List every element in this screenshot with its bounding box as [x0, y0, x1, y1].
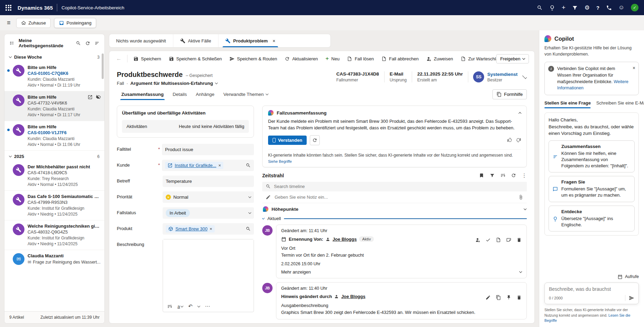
- group-header-2025[interactable]: 2025 6: [4, 151, 104, 161]
- brand-logo[interactable]: Dynamics 365: [18, 5, 53, 11]
- bookmark-icon[interactable]: [479, 173, 484, 178]
- product-lookup[interactable]: Smart Brew 300 ×: [163, 223, 254, 235]
- user-presence-avatar[interactable]: ✓: [631, 4, 638, 11]
- suggestion-ask[interactable]: Fragen Sie Formulieren Sie "[Aussage]" u…: [549, 176, 635, 202]
- new-button[interactable]: + Neu: [322, 53, 344, 64]
- chevron-down-icon[interactable]: [215, 81, 218, 84]
- assign-icon[interactable]: [475, 237, 480, 242]
- delete-icon[interactable]: [517, 295, 522, 300]
- calls-button[interactable]: Aufrufe: [544, 274, 639, 279]
- close-banner-icon[interactable]: ×: [633, 65, 635, 72]
- regenerate-icon[interactable]: [310, 135, 320, 145]
- collapse-chevron-icon[interactable]: [519, 112, 521, 115]
- hide-item-icon[interactable]: [96, 95, 101, 100]
- format-icon[interactable]: [167, 304, 172, 309]
- note-composer[interactable]: [262, 191, 527, 203]
- work-item-row-email[interactable]: ✉ Claudia Mazzanti ✉ Frage zur Reinigung…: [4, 250, 104, 268]
- terms-link[interactable]: Siehe Begriffe: [268, 159, 521, 164]
- understood-button[interactable]: Verstanden: [268, 136, 307, 145]
- form-selector[interactable]: Argument für Multisession-Erfahrung: [130, 81, 213, 86]
- show-more-link[interactable]: Mehr anzeigen: [281, 269, 311, 275]
- back-icon[interactable]: ←: [113, 56, 125, 62]
- case-title-input[interactable]: Product issue: [162, 144, 254, 155]
- assign-button[interactable]: Zuweisen: [422, 54, 457, 63]
- highlights-section[interactable]: Höhepunkte: [262, 203, 527, 215]
- form-help-button[interactable]: Formhilfe: [492, 89, 527, 99]
- app-name[interactable]: Copilot-Service-Arbeitsbereich: [61, 5, 124, 10]
- app-launcher-icon[interactable]: [6, 5, 11, 11]
- session-tab-empty[interactable]: Nichts wurde ausgewählt: [109, 34, 173, 47]
- tab-write-email[interactable]: Schreiben Sie eine E-Mail: [596, 100, 644, 108]
- tab-ask-question[interactable]: Stellen Sie eine Frage: [544, 100, 591, 108]
- lookup-search-icon[interactable]: [246, 163, 251, 168]
- filter-icon[interactable]: [572, 5, 578, 11]
- owner-name[interactable]: Systemdienst: [487, 72, 518, 77]
- tab-summary[interactable]: Zusammenfassung: [117, 89, 168, 100]
- work-item-case-link[interactable]: CAS-01001-C7Q8K6: [28, 71, 101, 76]
- font-icon[interactable]: a: [177, 304, 183, 309]
- lightbulb-icon[interactable]: [549, 5, 555, 11]
- work-item-case-link[interactable]: CAS-01000-V1J7F6: [28, 130, 101, 135]
- sidebar-refresh-icon[interactable]: [85, 41, 90, 46]
- sidebar-scrollbar[interactable]: [102, 53, 104, 79]
- customer-lookup[interactable]: Institut für Grafikde... ×: [162, 160, 254, 171]
- suggestion-summarize[interactable]: Zusammenfassen Können Sie mir helfen, ei…: [549, 140, 635, 173]
- edit-icon[interactable]: [485, 295, 491, 300]
- copilot-prompt-input[interactable]: [549, 286, 634, 292]
- help-icon[interactable]: ?: [596, 5, 599, 11]
- work-item-row[interactable]: Der Milchbehälter passt nicht CAS-47418-…: [4, 161, 104, 191]
- note-input[interactable]: [275, 195, 514, 200]
- chevron-down-icon[interactable]: [519, 270, 522, 273]
- remove-product-icon[interactable]: ×: [209, 226, 212, 231]
- product-link[interactable]: Smart Brew 300: [175, 226, 207, 231]
- phone-icon[interactable]: [606, 5, 612, 11]
- customer-link[interactable]: Institut für Grafikde...: [175, 163, 216, 168]
- add-record-icon[interactable]: [468, 173, 473, 178]
- work-item-row[interactable]: Bitte um Hilfe CAS-01000-V1J7F6 Kundin: …: [4, 121, 104, 151]
- work-item-row[interactable]: Welche Reinigungstechniken gibt e... CAS…: [4, 220, 104, 250]
- remove-customer-icon[interactable]: ×: [218, 163, 221, 168]
- send-icon[interactable]: [629, 295, 634, 301]
- quick-create-icon[interactable]: +: [562, 4, 565, 11]
- share-button[interactable]: Freigeben: [496, 54, 529, 63]
- hamburger-menu-icon[interactable]: ≡: [5, 19, 13, 27]
- search-icon[interactable]: [537, 5, 543, 11]
- close-tab-icon[interactable]: ×: [273, 38, 275, 43]
- timeline-refresh-icon[interactable]: [511, 173, 516, 178]
- save-close-button[interactable]: Speichern & Schließen: [165, 54, 226, 63]
- work-item-row[interactable]: Bitte um Hilfe CAS-01001-C7Q8K6 Kundin: …: [4, 62, 104, 91]
- timeline-search-input[interactable]: [274, 184, 523, 189]
- home-tab[interactable]: Zuhause: [16, 18, 51, 28]
- session-tab-product-issue[interactable]: Produktproblem ×: [218, 34, 282, 47]
- settings-gear-icon[interactable]: ⚙: [584, 4, 590, 11]
- copy-icon[interactable]: [496, 295, 501, 300]
- more-icon[interactable]: ⋯: [205, 303, 210, 309]
- delete-icon[interactable]: [517, 237, 522, 242]
- group-header-this-week[interactable]: Diese Woche 3: [4, 51, 104, 62]
- feedback-smiley-icon[interactable]: ☺: [619, 4, 624, 11]
- timeline-filter-icon[interactable]: [490, 173, 495, 178]
- person-link[interactable]: Joe Bloggs: [333, 237, 357, 242]
- save-button[interactable]: Speichern: [130, 54, 165, 63]
- mark-complete-icon[interactable]: [485, 237, 491, 242]
- sort-icon[interactable]: [500, 173, 505, 178]
- chevron-down-icon[interactable]: [197, 304, 200, 307]
- session-tab-active-cases[interactable]: Aktive Fälle: [173, 34, 218, 47]
- timeline-entry-appointment[interactable]: JB Geändert am: 11:41 Uhr Ernennung Von:…: [262, 225, 527, 278]
- refresh-button[interactable]: Aktualisieren: [281, 54, 321, 63]
- undo-icon[interactable]: ↶: [188, 303, 193, 309]
- thumbs-up-icon[interactable]: [507, 138, 512, 142]
- description-textarea[interactable]: [163, 239, 254, 301]
- timeline-entry-note[interactable]: JB Geändert am: 11:40 Uhr Hinweis geände…: [262, 282, 527, 319]
- edit-note-icon[interactable]: [506, 237, 511, 242]
- resolve-case-button[interactable]: Fall lösen: [343, 54, 378, 63]
- timeline-search[interactable]: [262, 182, 527, 191]
- convert-icon[interactable]: [496, 237, 501, 242]
- pin-icon[interactable]: [506, 295, 511, 300]
- suggestion-discover[interactable]: Entdecke Übersetze "[Aussage]" ins Engli…: [549, 206, 635, 231]
- person-link[interactable]: Joe Bloggs: [341, 294, 365, 299]
- status-select[interactable]: In Arbeit: [163, 207, 254, 219]
- more-commands-icon[interactable]: ⋮: [522, 172, 527, 179]
- sidebar-search-icon[interactable]: [76, 41, 81, 46]
- inbox-tab[interactable]: Posteingang: [54, 18, 96, 28]
